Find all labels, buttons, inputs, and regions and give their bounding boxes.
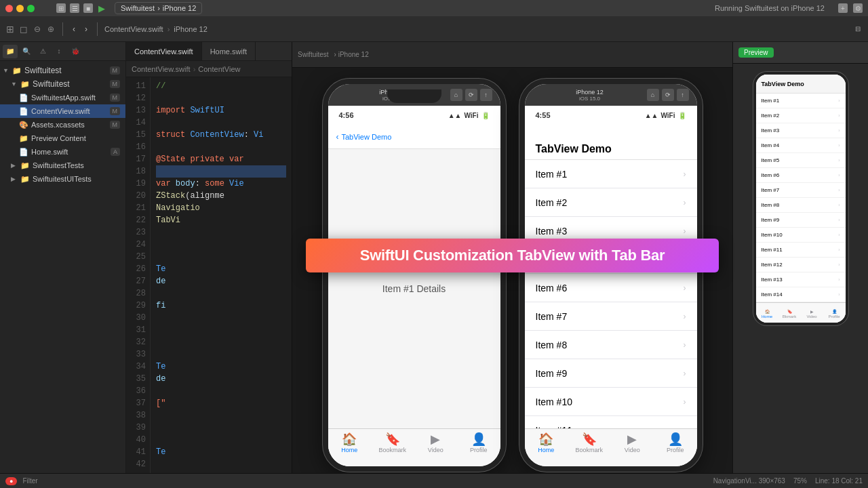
nav-icon-3[interactable]: ⊖ bbox=[33, 24, 42, 34]
mini-item-2[interactable]: Item #2 › bbox=[756, 108, 846, 123]
code-editor[interactable]: 1112131415 1617181920 2122232425 2627282… bbox=[126, 77, 292, 473]
tree-group[interactable]: ▼ 📁 Swiftuitest M bbox=[0, 77, 125, 91]
tab-home-icon: 🏠 bbox=[342, 433, 357, 445]
mini-item-9[interactable]: Item #9 › bbox=[756, 213, 846, 228]
nav-tab-issues[interactable]: ⚠ bbox=[35, 45, 50, 58]
tab-bookmark-icon: 🔖 bbox=[385, 433, 400, 445]
phone-right-tab-bar: 🏠 Home 🔖 Bookmark ▶ Video 👤 bbox=[525, 428, 697, 466]
code-editor-area: ContentView.swift Home.swift ContentView… bbox=[126, 42, 292, 473]
mini-item-6[interactable]: Item #6 › bbox=[756, 168, 846, 183]
right-panel: Preview TabView Demo Item #1 › Item #2 ›… bbox=[732, 42, 868, 473]
forward-btn[interactable]: › bbox=[82, 23, 90, 35]
mini-item-12[interactable]: Item #12 › bbox=[756, 258, 846, 272]
tree-file-4[interactable]: 📄 Home.swift A bbox=[0, 145, 125, 159]
mini-item-4[interactable]: Item #4 › bbox=[756, 138, 846, 153]
item-label: Item #8 bbox=[536, 340, 568, 350]
list-item-1[interactable]: Item #1 › bbox=[525, 160, 697, 188]
tab2-profile-icon: 👤 bbox=[668, 433, 683, 445]
tree-project-root[interactable]: ▼ 📁 Swiftuitest M bbox=[0, 64, 125, 77]
mini-item-5[interactable]: Item #5 › bbox=[756, 153, 846, 168]
chevron-icon: › bbox=[684, 312, 686, 321]
scheme-selector[interactable]: Swiftuitest › iPhone 12 bbox=[115, 2, 202, 14]
rotate-icon[interactable]: ⟳ bbox=[465, 89, 477, 101]
nav-icon-2[interactable]: ◻ bbox=[19, 24, 28, 34]
minimize-button[interactable] bbox=[16, 5, 24, 12]
filter-label[interactable]: Filter bbox=[22, 477, 37, 485]
inspector-toggle[interactable]: ⊟ bbox=[853, 24, 863, 34]
mini-preview-phone: TabView Demo Item #1 › Item #2 › Item #3… bbox=[753, 72, 848, 325]
tab-profile[interactable]: 👤 Profile bbox=[457, 433, 500, 453]
mini-item-label: Item #3 bbox=[762, 127, 780, 134]
chevron-icon: › bbox=[684, 340, 686, 350]
nav-tab-search[interactable]: 🔍 bbox=[19, 45, 34, 58]
home2-icon[interactable]: ⌂ bbox=[647, 89, 659, 101]
mini-item-7[interactable]: Item #7 › bbox=[756, 183, 846, 198]
mini-tab-bookmark[interactable]: 🔖 Bkmark bbox=[778, 307, 801, 319]
mini-tab-video-label: Video bbox=[806, 314, 816, 319]
tree-ui-tests[interactable]: ▶ 📁 SwiftuitestUITests bbox=[0, 172, 125, 186]
tree-file-1[interactable]: 📄 ContentView.swift M bbox=[0, 104, 125, 118]
mini-item-11[interactable]: Item #11 › bbox=[756, 243, 846, 258]
phone-right-title-area: iPhone 12 iOS 15.0 bbox=[533, 89, 647, 102]
error-badge: ● bbox=[5, 477, 17, 485]
list-item-10[interactable]: Item #10 › bbox=[525, 388, 697, 416]
list-item-6[interactable]: Item #6 › bbox=[525, 274, 697, 302]
list-item-8[interactable]: Item #8 › bbox=[525, 331, 697, 359]
tree-tests[interactable]: ▶ 📁 SwiftuitestTests bbox=[0, 159, 125, 172]
code-lines[interactable]: // import SwiftUI struct ContentView: Vi… bbox=[151, 77, 292, 473]
mini-item-8[interactable]: Item #8 › bbox=[756, 198, 846, 213]
mini-tab-home[interactable]: 🏠 Home bbox=[756, 307, 778, 319]
editor-tab-contentview[interactable]: ContentView.swift bbox=[126, 42, 202, 60]
mini-tab-home-icon: 🏠 bbox=[765, 309, 770, 314]
mini-item-14[interactable]: Item #14 › bbox=[756, 287, 846, 302]
tab2-video[interactable]: ▶ Video bbox=[611, 433, 654, 453]
home-icon[interactable]: ⌂ bbox=[450, 89, 462, 101]
phone-left-nav: ‹ TabView Demo bbox=[328, 125, 500, 149]
editor-tab-home[interactable]: Home.swift bbox=[202, 42, 256, 60]
rotate2-icon[interactable]: ⟳ bbox=[662, 89, 674, 101]
mini-item-label: Item #4 bbox=[762, 142, 780, 148]
nav-icon-1[interactable]: ⊞ bbox=[5, 24, 15, 34]
play-icon[interactable]: ▶ bbox=[97, 3, 106, 13]
share-icon[interactable]: ↑ bbox=[480, 89, 492, 101]
nav-tab-debug[interactable]: 🐞 bbox=[68, 45, 83, 58]
tree-file-3[interactable]: 📁 Preview Content bbox=[0, 131, 125, 145]
nav-tab-files[interactable]: 📁 bbox=[3, 45, 18, 58]
list-item-7[interactable]: Item #7 › bbox=[525, 302, 697, 331]
list-item-11[interactable]: Item #11 › bbox=[525, 416, 697, 428]
phone-right-list[interactable]: Item #1 › Item #2 › Item #3 › Item #5 bbox=[525, 160, 697, 428]
tab2-bookmark[interactable]: 🔖 Bookmark bbox=[568, 433, 611, 453]
tab-home[interactable]: 🏠 Home bbox=[328, 433, 372, 453]
mini-item-13[interactable]: Item #13 › bbox=[756, 272, 846, 287]
tab2-profile[interactable]: 👤 Profile bbox=[654, 433, 697, 453]
tree-file-0[interactable]: 📄 SwiftuitestApp.swift M bbox=[0, 91, 125, 104]
close-button[interactable] bbox=[5, 5, 13, 12]
back-arrow[interactable]: ‹ bbox=[336, 132, 339, 142]
mini-item-3[interactable]: Item #3 › bbox=[756, 123, 846, 138]
share2-icon[interactable]: ↑ bbox=[677, 89, 689, 101]
tab-video[interactable]: ▶ Video bbox=[414, 433, 458, 453]
phone-right-time: 4:55 bbox=[536, 111, 551, 119]
list-item-2[interactable]: Item #2 › bbox=[525, 188, 697, 217]
add-icon[interactable]: + bbox=[838, 3, 848, 13]
settings-icon[interactable]: ⚙ bbox=[853, 3, 863, 13]
mini-tab-profile[interactable]: 👤 Profile bbox=[823, 307, 846, 319]
main-content: 📁 🔍 ⚠ ↕ 🐞 ▼ 📁 Swiftuitest M ▼ 📁 Swiftuit… bbox=[0, 42, 868, 473]
phone-right-screen: 4:55 ▲▲WiFi🔋 TabView Demo Item #1 › bbox=[525, 106, 697, 466]
back-label[interactable]: TabView Demo bbox=[342, 133, 392, 141]
nav-icon-4[interactable]: ⊕ bbox=[46, 24, 56, 34]
mini-item-1[interactable]: Item #1 › bbox=[756, 94, 846, 108]
code-breadcrumb: ContentView.swift › ContentView bbox=[126, 61, 292, 77]
maximize-button[interactable] bbox=[27, 5, 35, 12]
phone-left-tab-bar: 🏠 Home 🔖 Bookmark ▶ Video 👤 bbox=[328, 428, 500, 466]
tab-bookmark[interactable]: 🔖 Bookmark bbox=[371, 433, 414, 453]
mini-tab-video[interactable]: ▶ Video bbox=[801, 307, 823, 319]
nav-tab-git[interactable]: ↕ bbox=[52, 45, 66, 58]
mini-item-label: Item #9 bbox=[762, 217, 780, 223]
mini-item-10[interactable]: Item #10 › bbox=[756, 228, 846, 243]
list-item-9[interactable]: Item #9 › bbox=[525, 359, 697, 388]
back-btn[interactable]: ‹ bbox=[70, 23, 78, 35]
tab2-home[interactable]: 🏠 Home bbox=[525, 433, 568, 453]
run-stop-icon[interactable]: ■ bbox=[83, 3, 93, 13]
tree-file-2[interactable]: 🎨 Assets.xcassets M bbox=[0, 118, 125, 131]
